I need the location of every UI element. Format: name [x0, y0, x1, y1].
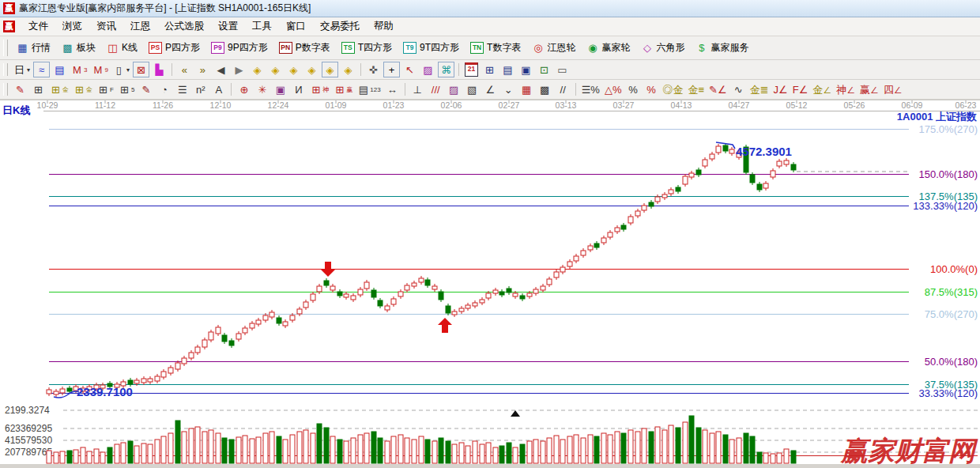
candle-style-dropdown[interactable]: ▯▾ — [111, 62, 131, 77]
save-tool[interactable]: ▣ — [518, 62, 534, 77]
menu-3[interactable]: 江恩 — [123, 17, 157, 36]
wave-box-tool[interactable]: ∿ — [730, 81, 747, 97]
fan-box-2-tool[interactable]: ▧ — [464, 81, 481, 97]
zoom-fit-diamond[interactable]: ◈ — [340, 62, 356, 77]
speed-percent-tool[interactable]: ☰% — [580, 81, 601, 97]
f-grid-tool[interactable]: ⊞F — [96, 81, 115, 97]
menu-1[interactable]: 浏览 — [55, 17, 89, 36]
gann-grid-tool[interactable]: ⊞ — [30, 81, 47, 97]
chart-area[interactable]: 10-2911-1211-2612-1012-2401-0901-2302-06… — [0, 100, 980, 468]
calculator-tool[interactable]: ⊞ — [481, 62, 498, 77]
span-arrows-tool[interactable]: ↔ — [384, 81, 401, 97]
angle-lines-tool[interactable]: ∠ — [482, 81, 499, 97]
t9-square-button[interactable]: T99T四方形 — [398, 39, 465, 57]
percent-tool[interactable]: % — [624, 81, 641, 97]
menu-4[interactable]: 公式选股 — [157, 17, 211, 36]
time-grid-tool[interactable]: ☰ — [174, 81, 190, 97]
gann-wheel-button[interactable]: ◎江恩轮 — [526, 39, 581, 57]
menu-0[interactable]: 文件 — [21, 17, 55, 36]
pan-right-diamond[interactable]: ◈ — [267, 62, 284, 77]
shen-angle-tool[interactable]: 神∠ — [835, 81, 857, 97]
bars-9-tool[interactable]: M9 — [90, 62, 109, 77]
grid-red-tool[interactable]: ▦ — [518, 81, 535, 97]
step-forward-button[interactable]: ▶ — [231, 62, 247, 77]
p-number-button[interactable]: PNP数字表 — [273, 39, 336, 57]
quote-button[interactable]: ▦行情 — [11, 39, 56, 57]
menu-5[interactable]: 设置 — [211, 17, 245, 36]
j-angle-tool[interactable]: J∠ — [772, 81, 790, 97]
notebook-tool[interactable]: ▤ — [499, 62, 516, 77]
f-angle-tool[interactable]: F∠ — [791, 81, 810, 97]
hexagon-button[interactable]: ◇六角形 — [635, 39, 690, 57]
sector-button[interactable]: ▩板块 — [56, 39, 101, 57]
menu-2[interactable]: 资讯 — [89, 17, 123, 36]
pen-grid-tool[interactable]: ✎ — [138, 81, 154, 97]
bars-3-tool[interactable]: M3 — [70, 62, 89, 77]
gold-angle-tool[interactable]: 金∠ — [811, 81, 833, 97]
pointer-tool[interactable]: ↖ — [401, 62, 418, 77]
menu-8[interactable]: 交易委托 — [313, 17, 367, 36]
mark-tool[interactable]: ⊠ — [133, 62, 149, 77]
hand-tool[interactable]: ✜ — [365, 62, 382, 77]
kline-button[interactable]: ◫K线 — [101, 39, 143, 57]
kline-chart[interactable]: 10-2911-1211-2612-1012-2401-0901-2302-06… — [0, 100, 980, 468]
volume-chart-tool[interactable]: ▙ — [151, 62, 168, 77]
export-tool[interactable]: ⊡ — [536, 62, 552, 77]
step-back-button[interactable]: ◀ — [213, 62, 229, 77]
ruler-123-tool[interactable]: ▤123 — [356, 81, 382, 97]
star-fan-tool[interactable]: ✳ — [254, 81, 270, 97]
gold-rule-tool[interactable]: 金≣ — [748, 81, 771, 97]
five-grid-icon: ⊞ — [119, 84, 130, 96]
five-grid-tool[interactable]: ⊞5 — [117, 81, 136, 97]
print-tool[interactable]: ▭ — [554, 62, 571, 77]
t-number-button[interactable]: TNT数字表 — [465, 39, 526, 57]
gann-assist-tool[interactable]: ⌘ — [438, 62, 454, 77]
box-fan-tool[interactable]: ▣ — [272, 81, 288, 97]
zigzag-tool[interactable]: ⌄ — [500, 81, 517, 97]
p9-square-button[interactable]: P99P四方形 — [205, 39, 273, 57]
gold-grid-2-tool[interactable]: ⊞金 — [72, 81, 94, 97]
gold-circle-tool[interactable]: ◎金 — [661, 81, 684, 97]
crosshair-tool[interactable]: + — [383, 62, 400, 77]
fan-box-tool[interactable]: ▨ — [446, 81, 462, 97]
t-square-button[interactable]: TST四方形 — [336, 39, 398, 57]
win-grid-tool[interactable]: ⊞赢 — [332, 81, 354, 97]
cycle-circle-tool[interactable]: ◔ — [156, 81, 172, 97]
calendar-tool[interactable]: 21 — [463, 62, 480, 77]
ray-fan-tool[interactable]: /// — [428, 81, 444, 97]
pen-grid-icon: ✎ — [140, 84, 152, 96]
triangle-percent-tool[interactable]: △% — [603, 81, 624, 97]
menu-7[interactable]: 窗口 — [279, 17, 313, 36]
win-angle-tool[interactable]: 赢∠ — [858, 81, 880, 97]
menu-6[interactable]: 工具 — [245, 17, 279, 36]
gold-grid-tool[interactable]: ⊞金 — [48, 81, 70, 97]
menu-9[interactable]: 帮助 — [367, 17, 401, 36]
winner-wheel-button[interactable]: ◉赢家轮 — [581, 39, 635, 57]
parallel-lines-tool[interactable]: // — [555, 81, 571, 97]
zoom-all-diamond[interactable]: ◈ — [322, 62, 338, 77]
n-square-tool[interactable]: n² — [192, 81, 209, 97]
skip-last-button[interactable]: » — [194, 62, 211, 77]
pan-left-diamond[interactable]: ◈ — [249, 62, 266, 77]
zoom-horizontal-diamond[interactable]: ◈ — [285, 62, 302, 77]
percent-red-tool[interactable]: % — [643, 81, 659, 97]
wave-tool[interactable]: ≈ — [33, 62, 50, 77]
four-angle-tool[interactable]: 四∠ — [882, 81, 904, 97]
gold-lines-tool[interactable]: 金≡ — [686, 81, 706, 97]
winner-service-button[interactable]: $赢家服务 — [690, 39, 754, 57]
p-square-button[interactable]: PSP四方形 — [143, 39, 205, 57]
t-square-tool[interactable]: ⊥ — [409, 81, 426, 97]
eraser-tool[interactable]: ▨ — [420, 62, 436, 77]
pen-tool[interactable]: ✎ — [12, 81, 28, 97]
period-day-dropdown[interactable]: 日▾ — [12, 62, 32, 77]
pen-angle-tool[interactable]: ✎∠ — [707, 81, 729, 97]
note-tool[interactable]: ▤ — [51, 62, 68, 77]
gann-fan-center-tool[interactable]: ⊕ — [236, 81, 252, 97]
angle-mark-tool[interactable]: И — [290, 81, 307, 97]
skip-first-button[interactable]: « — [176, 62, 193, 77]
grid-dark-tool[interactable]: ▩ — [537, 81, 553, 97]
angle-a-tool[interactable]: A — [210, 81, 227, 97]
zoom-cross-diamond[interactable]: ◈ — [303, 62, 320, 77]
shen-grid-tool[interactable]: ⊞神 — [308, 81, 330, 97]
toolbar-button-label: T四方形 — [358, 41, 392, 55]
